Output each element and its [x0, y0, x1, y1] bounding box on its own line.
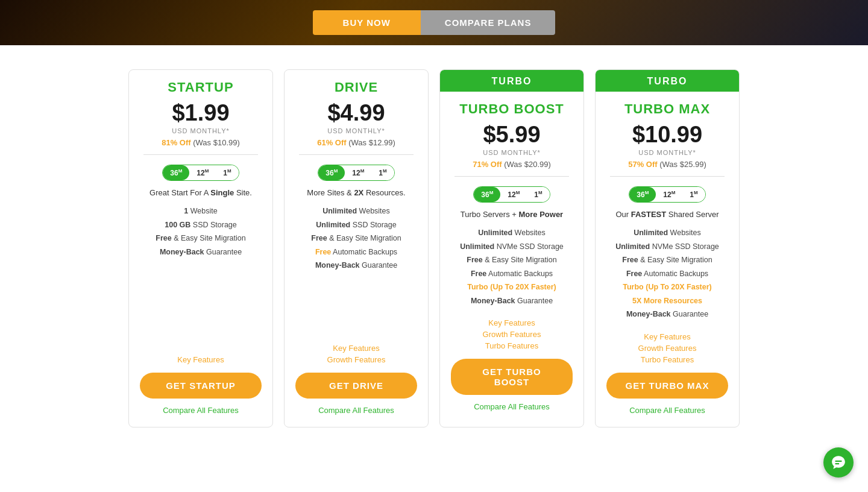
feature-links-turbo-boost: Key Features Growth Features Turbo Featu… — [483, 318, 541, 350]
feature-item: Unlimited Websites — [460, 226, 564, 240]
feature-item: Turbo (Up To 20X Faster) — [460, 280, 564, 294]
feature-links-drive: Key Features Growth Features — [327, 344, 386, 364]
plan-name-drive: DRIVE — [335, 80, 378, 95]
period-12m-max[interactable]: 12M — [656, 187, 682, 202]
plan-period-startup: USD MONTHLY* — [172, 127, 230, 134]
feature-item: Free & Easy Site Migration — [156, 232, 245, 245]
discount-was-max: (Was $25.99) — [659, 160, 706, 169]
key-features-link-boost[interactable]: Key Features — [488, 318, 535, 327]
growth-features-link-max[interactable]: Growth Features — [638, 344, 697, 353]
compare-plans-button[interactable]: COMPARE PLANS — [421, 10, 556, 35]
get-drive-button[interactable]: GET DRIVE — [295, 373, 417, 399]
plan-price-turbo-max: $10.99 — [632, 122, 702, 148]
turbo-features-link-boost[interactable]: Turbo Features — [485, 341, 538, 350]
discount-pct-boost: 71% Off — [473, 160, 502, 169]
growth-features-link-boost[interactable]: Growth Features — [483, 330, 541, 339]
period-1m-max[interactable]: 1M — [682, 187, 705, 202]
feature-item: 1 Website — [156, 204, 245, 218]
period-selector-turbo-boost: 36M 12M 1M — [473, 186, 550, 203]
plan-card-turbo-max: TURBO TURBO MAX $10.99 USD MONTHLY* 57% … — [595, 69, 740, 427]
plan-features-turbo-max: Unlimited Websites Unlimited NVMe SSD St… — [609, 226, 725, 321]
plan-card-turbo-boost: TURBO TURBO BOOST $5.99 USD MONTHLY* 71%… — [439, 69, 584, 427]
feature-item: Unlimited Websites — [311, 204, 401, 218]
feature-links-turbo-max: Key Features Growth Features Turbo Featu… — [638, 332, 697, 364]
plan-tagline-turbo-boost: Turbo Servers + More Power — [454, 210, 569, 219]
key-features-link-max[interactable]: Key Features — [644, 332, 690, 341]
plan-tagline-drive: More Sites & 2X Resources. — [301, 188, 411, 197]
feature-item: Money-Back Guarantee — [311, 259, 401, 273]
plan-tagline-startup: Great Start For A Single Site. — [143, 188, 258, 197]
feature-item: Unlimited NVMe SSD Storage — [460, 240, 564, 254]
turbo-badge-max: TURBO — [596, 70, 739, 92]
plan-price-drive: $4.99 — [327, 100, 385, 126]
discount-pct-startup: 81% Off — [162, 138, 190, 147]
turbo-features-link-max[interactable]: Turbo Features — [641, 355, 694, 364]
discount-pct-drive: 61% Off — [317, 138, 346, 147]
period-selector-drive: 36M 12M 1M — [318, 165, 394, 181]
feature-item: 5X More Resources — [615, 294, 719, 308]
feature-item: Unlimited SSD Storage — [311, 218, 401, 232]
plan-features-turbo-boost: Unlimited Websites Unlimited NVMe SSD St… — [454, 226, 570, 308]
plan-name-turbo-boost: TURBO BOOST — [459, 101, 564, 117]
period-1m-startup[interactable]: 1M — [216, 165, 238, 180]
get-startup-button[interactable]: GET STARTUP — [140, 373, 262, 399]
period-1m-drive[interactable]: 1M — [371, 165, 394, 180]
feature-item: Free & Easy Site Migration — [311, 232, 401, 245]
pricing-section: STARTUP $1.99 USD MONTHLY* 81% Off (Was … — [0, 45, 868, 452]
compare-all-link-boost[interactable]: Compare All Features — [474, 402, 550, 411]
discount-was-startup: (Was $10.99) — [193, 138, 240, 147]
period-selector-startup: 36M 12M 1M — [162, 165, 239, 181]
feature-item: Money-Back Guarantee — [460, 294, 564, 308]
compare-all-link-drive[interactable]: Compare All Features — [318, 406, 394, 415]
period-12m-boost[interactable]: 12M — [500, 187, 527, 202]
growth-features-link-drive[interactable]: Growth Features — [327, 355, 386, 364]
feature-item: Free Automatic Backups — [460, 267, 564, 281]
feature-item: Free & Easy Site Migration — [460, 253, 564, 267]
turbo-badge-boost: TURBO — [440, 70, 583, 92]
buy-now-button[interactable]: BUY NOW — [313, 10, 421, 35]
plans-grid: STARTUP $1.99 USD MONTHLY* 81% Off (Was … — [72, 69, 796, 427]
feature-links-startup: Key Features — [177, 355, 224, 364]
divider-startup — [143, 154, 258, 155]
key-features-link-startup[interactable]: Key Features — [177, 355, 224, 364]
feature-item: Money-Back Guarantee — [156, 245, 245, 259]
plan-card-drive: DRIVE $4.99 USD MONTHLY* 61% Off (Was $1… — [284, 69, 429, 427]
period-selector-turbo-max: 36M 12M 1M — [629, 186, 705, 203]
feature-item: Free & Easy Site Migration — [615, 253, 719, 267]
period-36m-drive[interactable]: 36M — [318, 165, 345, 180]
key-features-link-drive[interactable]: Key Features — [333, 344, 379, 353]
period-36m-startup[interactable]: 36M — [163, 165, 189, 180]
plan-name-turbo-max: TURBO MAX — [624, 101, 710, 117]
plan-period-drive: USD MONTHLY* — [327, 127, 385, 134]
plan-name-startup: STARTUP — [168, 80, 233, 95]
feature-item: Unlimited Websites — [615, 226, 719, 240]
feature-item: Turbo (Up To 20X Faster) — [615, 280, 719, 294]
compare-all-link-startup[interactable]: Compare All Features — [163, 406, 239, 415]
discount-pct-max: 57% Off — [628, 160, 657, 169]
plan-features-drive: Unlimited Websites Unlimited SSD Storage… — [305, 204, 407, 273]
feature-item: Free Automatic Backups — [615, 267, 719, 281]
plan-discount-startup: 81% Off (Was $10.99) — [162, 138, 240, 147]
get-turbo-boost-button[interactable]: GET TURBO BOOST — [451, 359, 573, 395]
discount-was-boost: (Was $20.99) — [504, 160, 551, 169]
feature-item: 100 GB SSD Storage — [156, 218, 245, 232]
feature-item: Free Automatic Backups — [311, 245, 401, 259]
period-12m-startup[interactable]: 12M — [189, 165, 216, 180]
period-1m-boost[interactable]: 1M — [527, 187, 549, 202]
get-turbo-max-button[interactable]: GET TURBO MAX — [606, 373, 728, 399]
compare-all-link-max[interactable]: Compare All Features — [629, 406, 705, 415]
hero-banner: BUY NOW COMPARE PLANS — [0, 0, 868, 45]
discount-was-drive: (Was $12.99) — [348, 138, 395, 147]
plan-discount-turbo-boost: 71% Off (Was $20.99) — [473, 160, 551, 169]
period-36m-boost[interactable]: 36M — [474, 187, 500, 202]
period-36m-max[interactable]: 36M — [629, 187, 656, 202]
plan-discount-drive: 61% Off (Was $12.99) — [317, 138, 395, 147]
plan-period-turbo-max: USD MONTHLY* — [638, 149, 696, 156]
plan-features-startup: 1 Website 100 GB SSD Storage Free & Easy… — [149, 204, 251, 259]
feature-item: Unlimited NVMe SSD Storage — [615, 240, 719, 254]
divider-turbo-boost — [454, 176, 569, 177]
plan-discount-turbo-max: 57% Off (Was $25.99) — [628, 160, 706, 169]
hero-button-group: BUY NOW COMPARE PLANS — [313, 10, 556, 35]
period-12m-drive[interactable]: 12M — [345, 165, 371, 180]
plan-card-startup: STARTUP $1.99 USD MONTHLY* 81% Off (Was … — [128, 69, 273, 427]
